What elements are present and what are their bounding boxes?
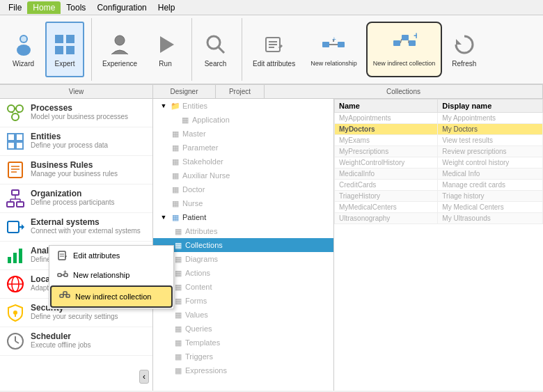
tree-item-auxiliar-nurse[interactable]: ▦ Auxiliar Nurse bbox=[153, 168, 333, 182]
tree-expander-entities[interactable]: ▼ bbox=[159, 101, 168, 111]
tree-label-forms: Forms bbox=[185, 297, 207, 305]
tree-label-values: Values bbox=[185, 311, 208, 319]
tree-label-application: Application bbox=[192, 116, 230, 124]
new-relationship-button[interactable]: + New relationship bbox=[304, 22, 363, 77]
row-display: Weight control history bbox=[438, 157, 543, 168]
svg-line-61 bbox=[15, 341, 19, 343]
edit-attributes-button[interactable]: Edit attributes bbox=[246, 22, 301, 77]
tree-item-expressions[interactable]: ▦ Expressions bbox=[153, 363, 333, 377]
sidebar-item-entities[interactable]: Entities Define your process data bbox=[0, 127, 152, 156]
svg-rect-4 bbox=[66, 35, 74, 43]
table-row[interactable]: Ultrasonography My Ultrasounds bbox=[335, 213, 543, 224]
sidebar-item-scheduler[interactable]: Scheduler Execute offline jobs bbox=[0, 327, 152, 356]
tree-expander-application bbox=[168, 115, 178, 125]
row-name: MyAppointments bbox=[335, 113, 438, 124]
new-indirect-collection-button[interactable]: + New indirect collection bbox=[366, 22, 443, 77]
svg-text:+: + bbox=[414, 32, 417, 41]
tree-label-master: Master bbox=[182, 130, 206, 138]
table-row[interactable]: CreditCards Manage credit cards bbox=[335, 180, 543, 191]
tree-item-actions[interactable]: ▦ Actions bbox=[153, 266, 333, 280]
tree-item-queries[interactable]: ▦ Queries bbox=[153, 322, 333, 336]
experience-button[interactable]: Experience bbox=[96, 22, 143, 77]
table-row[interactable]: MyDoctors My Doctors bbox=[335, 124, 543, 135]
search-button[interactable]: Search bbox=[196, 22, 235, 77]
table-row[interactable]: TriageHistory Triage history bbox=[335, 191, 543, 202]
tree-label-attributes: Attributes bbox=[185, 227, 217, 235]
tree-item-forms[interactable]: ▦ Forms bbox=[153, 294, 333, 308]
table-row[interactable]: MyMedicalCenters My Medical Centers bbox=[335, 202, 543, 213]
run-button[interactable]: Run bbox=[146, 22, 184, 77]
tree-item-parameter[interactable]: ▦ Parameter bbox=[153, 141, 333, 155]
menu-help[interactable]: Help bbox=[152, 1, 181, 14]
tree-expander-patient[interactable]: ▼ bbox=[159, 212, 168, 222]
section-label-collections: Collections bbox=[265, 85, 543, 98]
refresh-icon bbox=[452, 32, 477, 57]
context-new-relationship[interactable]: + New relationship bbox=[153, 265, 173, 285]
values-icon: ▦ bbox=[173, 309, 184, 320]
row-display: My Medical Centers bbox=[438, 202, 543, 213]
run-label: Run bbox=[159, 60, 171, 68]
tree-label-content: Content bbox=[185, 283, 212, 291]
tree-item-entities-root[interactable]: ▼ 📁 Entities bbox=[153, 99, 333, 113]
expressions-icon: ▦ bbox=[173, 365, 184, 376]
expert-button[interactable]: Expert bbox=[45, 22, 84, 77]
tree-item-attributes[interactable]: ▦ Attributes bbox=[153, 224, 333, 238]
tree-label-doctor: Doctor bbox=[182, 185, 205, 194]
table-row[interactable]: WeightControlHistory Weight control hist… bbox=[335, 157, 543, 168]
expert-icon bbox=[52, 32, 77, 57]
tree-panel: ▼ 📁 Entities ▦ Application ▦ Master ▦ Pa… bbox=[153, 99, 334, 391]
row-display: Manage credit cards bbox=[438, 180, 543, 191]
table-row[interactable]: MyAppointments My Appointments bbox=[335, 113, 543, 124]
organization-desc: Define process participants bbox=[31, 198, 115, 206]
svg-marker-50 bbox=[22, 224, 24, 230]
sidebar-item-organization[interactable]: Organization Define process participants bbox=[0, 185, 152, 213]
svg-rect-21 bbox=[402, 35, 409, 40]
sidebar-item-processes[interactable]: Processes Model your business processes bbox=[0, 99, 152, 127]
refresh-label: Refresh bbox=[452, 60, 476, 68]
new-indirect-collection-icon: + bbox=[392, 32, 417, 57]
context-new-indirect-collection[interactable]: New indirect collection bbox=[153, 285, 173, 308]
wizard-button[interactable]: Wizard bbox=[4, 22, 42, 77]
menu-tools[interactable]: Tools bbox=[61, 1, 91, 14]
tree-item-doctor[interactable]: ▦ Doctor bbox=[153, 182, 333, 196]
menu-home[interactable]: Home bbox=[27, 1, 61, 14]
tree-item-diagrams[interactable]: ▦ Diagrams bbox=[153, 252, 333, 266]
toolbar-group-project: Search bbox=[196, 18, 242, 81]
table-row[interactable]: MyPrescriptions Review prescriptions bbox=[335, 146, 543, 157]
nurse-icon: ▦ bbox=[170, 198, 181, 209]
search-label: Search bbox=[205, 60, 227, 68]
sidebar-item-business-rules[interactable]: Business Rules Manage your business rule… bbox=[0, 156, 152, 185]
table-row[interactable]: MyExams View test results bbox=[335, 135, 543, 146]
tree-item-patient[interactable]: ▼ ▦ Patient bbox=[153, 210, 333, 224]
sidebar-collapse-btn[interactable]: ‹ bbox=[139, 370, 149, 384]
tree-item-templates[interactable]: ▦ Templates bbox=[153, 336, 333, 350]
tree-item-content[interactable]: ▦ Content bbox=[153, 280, 333, 294]
doctor-icon: ▦ bbox=[170, 184, 181, 195]
svg-rect-15 bbox=[322, 42, 329, 47]
sidebar-item-external-systems[interactable]: External systems Connect with your exter… bbox=[0, 213, 152, 242]
context-edit-attributes[interactable]: Edit attributes bbox=[153, 246, 173, 265]
entities-text: Entities Define your process data bbox=[31, 132, 108, 149]
tree-item-master[interactable]: ▦ Master bbox=[153, 127, 333, 141]
tree-item-application[interactable]: ▦ Application bbox=[153, 113, 333, 127]
svg-marker-8 bbox=[160, 36, 174, 53]
tree-item-triggers[interactable]: ▦ Triggers bbox=[153, 350, 333, 363]
tree-label-entities-root: Entities bbox=[182, 102, 207, 110]
business-rules-text: Business Rules Manage your business rule… bbox=[31, 160, 118, 178]
table-row[interactable]: MedicalInfo Medical Info bbox=[335, 168, 543, 180]
external-systems-icon bbox=[6, 217, 25, 237]
svg-rect-3 bbox=[55, 35, 63, 43]
tree-item-values[interactable]: ▦ Values bbox=[153, 308, 333, 322]
security-desc: Define your security settings bbox=[31, 313, 118, 320]
menu-file[interactable]: File bbox=[3, 1, 27, 14]
menu-configuration[interactable]: Configuration bbox=[91, 1, 152, 14]
stakeholder-icon: ▦ bbox=[170, 156, 181, 167]
refresh-button[interactable]: Refresh bbox=[445, 22, 483, 77]
tree-item-stakeholder[interactable]: ▦ Stakeholder bbox=[153, 155, 333, 168]
tree-item-collections[interactable]: ▦ Collections bbox=[153, 238, 333, 252]
tree-item-nurse[interactable]: ▦ Nurse bbox=[153, 196, 333, 210]
patient-icon: ▦ bbox=[170, 212, 181, 223]
row-name: CreditCards bbox=[335, 180, 438, 191]
tree-label-nurse: Nurse bbox=[182, 199, 203, 207]
security-icon bbox=[6, 303, 25, 322]
